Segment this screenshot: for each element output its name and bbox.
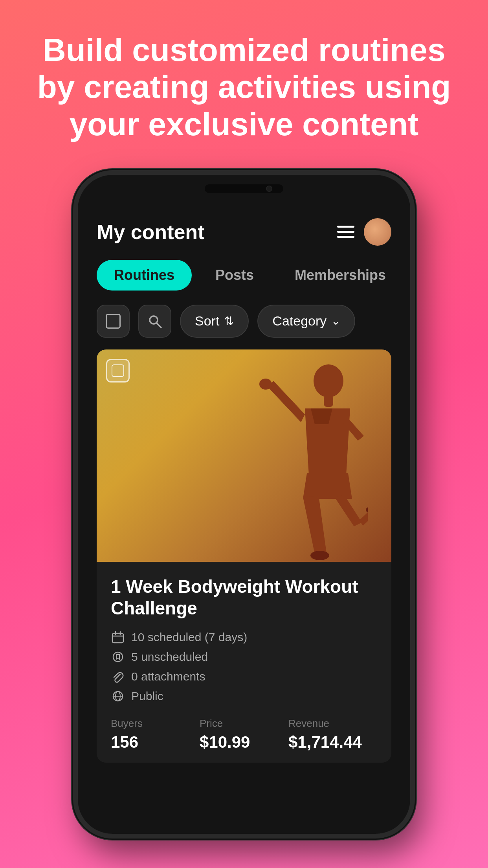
notch-pill (205, 184, 283, 193)
fitness-figure (242, 357, 368, 562)
svg-line-1 (157, 323, 161, 327)
meta-scheduled: 10 scheduled (7 days) (111, 630, 377, 644)
tab-bar: Routines Posts Memberships (78, 254, 410, 297)
card-body: 1 Week Bodyweight Workout Challenge (97, 562, 391, 763)
content-area: 1 Week Bodyweight Workout Challenge (78, 346, 410, 767)
tab-posts[interactable]: Posts (198, 260, 271, 291)
card-title: 1 Week Bodyweight Workout Challenge (111, 576, 377, 619)
checkbox-icon (106, 314, 121, 329)
stat-buyers: Buyers 156 (111, 717, 200, 752)
stat-price: Price $10.99 (200, 717, 288, 752)
phone-wrapper: My content Routines (73, 170, 415, 839)
notch-dot (266, 186, 272, 192)
routine-card: 1 Week Bodyweight Workout Challenge (97, 349, 391, 763)
card-meta: 10 scheduled (7 days) 5 unscheduled (111, 630, 377, 703)
stat-revenue: Revenue $1,714.44 (288, 717, 377, 752)
select-all-button[interactable] (97, 305, 130, 338)
search-icon (147, 313, 163, 329)
search-button[interactable] (138, 305, 171, 338)
revenue-value: $1,714.44 (288, 733, 377, 752)
buyers-label: Buyers (111, 717, 200, 730)
chevron-down-icon: ⌄ (331, 314, 340, 327)
card-image (97, 349, 391, 562)
hamburger-line-2 (337, 231, 354, 233)
meta-unscheduled: 5 unscheduled (111, 650, 377, 664)
hamburger-line-3 (337, 236, 354, 238)
svg-point-11 (113, 652, 123, 662)
app-title: My content (97, 220, 204, 244)
card-stats: Buyers 156 Price $10.99 Revenue $1,714.4… (111, 717, 377, 752)
header-right (337, 218, 391, 246)
revenue-label: Revenue (288, 717, 377, 730)
svg-point-5 (310, 551, 329, 560)
headline: Build customized routines by creating ac… (0, 31, 488, 143)
category-button[interactable]: Category ⌄ (257, 305, 355, 338)
phone-shell: My content Routines (73, 170, 415, 839)
tab-routines[interactable]: Routines (97, 260, 192, 291)
toolbar: Sort ⇅ Category ⌄ (78, 297, 410, 346)
tab-memberships[interactable]: Memberships (277, 260, 403, 291)
avatar-inner (364, 218, 391, 246)
clip-icon (111, 650, 125, 664)
card-inner-checkbox (112, 364, 124, 377)
buyers-value: 156 (111, 733, 200, 752)
hamburger-line-1 (337, 226, 354, 228)
notch-area (78, 175, 410, 202)
hamburger-menu-button[interactable] (337, 226, 354, 238)
sort-button[interactable]: Sort ⇅ (180, 305, 249, 338)
price-value: $10.99 (200, 733, 288, 752)
card-checkbox[interactable] (106, 359, 130, 383)
svg-rect-3 (324, 396, 333, 407)
sort-arrows-icon: ⇅ (224, 314, 234, 328)
svg-rect-7 (112, 633, 123, 643)
paperclip-icon (111, 669, 125, 684)
price-label: Price (200, 717, 288, 730)
svg-point-4 (259, 379, 272, 390)
screen: My content Routines (78, 202, 410, 834)
app-header: My content (78, 202, 410, 254)
calendar-icon (111, 630, 125, 644)
avatar[interactable] (364, 218, 391, 246)
svg-point-2 (314, 364, 343, 397)
meta-visibility: Public (111, 689, 377, 703)
globe-icon (111, 689, 125, 703)
meta-attachments: 0 attachments (111, 669, 377, 684)
